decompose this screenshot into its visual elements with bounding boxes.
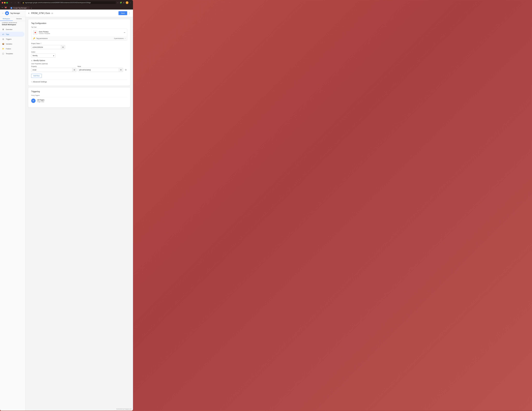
trigger-type: Page View	[37, 101, 127, 103]
minimize-window-button[interactable]	[4, 2, 6, 3]
sidebar-back-button[interactable]: ←	[2, 12, 4, 14]
user-icon[interactable]: T	[126, 1, 128, 4]
collapse-icon: ∧	[31, 59, 32, 61]
tab-workspace[interactable]: Workspace	[0, 17, 13, 21]
action-group: Action Identity Track Identify ▾	[31, 51, 127, 57]
identify-options-label: Identify Options	[33, 59, 45, 61]
chevron-right-icon: ›	[125, 37, 125, 39]
bookmark-icon[interactable]: ☆	[117, 2, 119, 4]
tab-title: Google Tag Manager	[13, 7, 27, 9]
back-nav-button[interactable]: ←	[10, 1, 13, 4]
tab-bar-row: ⬅ 🐙 G Google Tag Manager × +	[0, 5, 133, 10]
maximize-window-button[interactable]	[6, 2, 8, 3]
browser-titlebar: ← → ↻ 🔒 tagmanager.google.com/#/containe…	[0, 0, 133, 5]
project-token-input[interactable]	[31, 45, 61, 49]
browser-tab-gtm[interactable]: G Google Tag Manager ×	[9, 6, 30, 10]
modal-title: FROM_GTM | Ours 🗂	[31, 12, 117, 15]
sidebar-item-tags-label: Tags	[6, 33, 9, 35]
sidebar-item-folders[interactable]: 📁 Folders	[0, 46, 24, 51]
forward-nav-button[interactable]: →	[14, 1, 17, 4]
property-input[interactable]	[31, 68, 72, 72]
gtm-tab-icon1: ⬅	[2, 7, 3, 8]
tag-configuration-card: Tag Configuration Tag Type 🔴 Ours Privac…	[28, 19, 130, 86]
sidebar-header: ← ◆ Tag Manager	[0, 10, 25, 17]
modal-actions: Save ⋮	[118, 11, 131, 15]
triggers-icon: ◎	[2, 38, 4, 40]
address-bar[interactable]: 🔒 tagmanager.google.com/#/container/acco…	[21, 1, 116, 4]
browser-toolbar-icons: ☆ 🧩 ⬇ T ⋮	[117, 1, 131, 4]
close-window-button[interactable]	[2, 2, 3, 3]
identify-options-content: User Properties (optional) Property Valu…	[31, 63, 127, 78]
trigger-item-all-pages[interactable]: 👁 All Pages Page View	[31, 97, 127, 104]
modal-close-button[interactable]: ×	[28, 12, 30, 15]
reload-button[interactable]: ↻	[17, 1, 20, 4]
sidebar-item-templates[interactable]: ▢ Templates	[0, 51, 24, 56]
browser-window: ← → ↻ 🔒 tagmanager.google.com/#/containe…	[0, 0, 133, 411]
history-icons: ⬅ 🐙	[2, 5, 7, 10]
property-input-wrap: ⊞	[31, 68, 76, 72]
property-variable-button[interactable]: ⊞	[72, 68, 76, 72]
tag-type-box: 🔴 Ours Privacy Custom Template ✏ �	[31, 29, 127, 41]
key-icon: 🔑	[33, 37, 35, 39]
sidebar-item-variables[interactable]: 📦 Variables	[0, 41, 24, 46]
tag-logo: 🔴	[33, 30, 37, 35]
permissions-label: Tag permissions	[36, 38, 113, 39]
identify-options-toggle[interactable]: ∧ Identify Options	[31, 59, 127, 63]
sidebar-item-triggers-label: Triggers	[6, 38, 11, 40]
modal-folder-icon[interactable]: 🗂	[51, 12, 53, 14]
variables-icon: 📦	[2, 43, 4, 45]
project-token-variable-button[interactable]: ⊞	[61, 45, 65, 49]
gtm-favicon: G	[10, 7, 12, 9]
tab-versions[interactable]: Versions	[13, 17, 25, 21]
folders-icon: 📁	[2, 48, 4, 50]
property-row-1: ⊞ ⊞ ⊖	[31, 68, 127, 72]
templates-icon: ▢	[2, 52, 4, 55]
url-text: tagmanager.google.com/#/container/accoun…	[25, 2, 91, 3]
project-token-label-text: Project Token	[31, 43, 40, 44]
save-button[interactable]: Save	[118, 11, 127, 15]
sidebar-item-folders-label: Folders	[6, 48, 11, 50]
value-input-wrap: ⊞	[78, 68, 123, 72]
identify-options-section: ∧ Identify Options User Properties (opti…	[31, 59, 127, 78]
remove-row-button[interactable]: ⊖	[124, 68, 127, 72]
sidebar-item-tags[interactable]: 🏷 Tags	[0, 32, 24, 37]
tag-subtitle: Custom Template	[39, 33, 122, 34]
action-select[interactable]: Identity Track Identify	[31, 54, 55, 57]
new-tab-button[interactable]: +	[31, 7, 32, 10]
gtm-logo: ◆	[5, 11, 9, 15]
project-token-help-icon[interactable]: ?	[40, 43, 41, 44]
more-options-button[interactable]: ⋮	[128, 12, 131, 15]
trigger-name: All Pages	[37, 99, 127, 101]
tab-close-button[interactable]: ×	[28, 7, 28, 9]
download-icon[interactable]: ⬇	[123, 2, 124, 4]
sidebar-item-triggers[interactable]: ◎ Triggers	[0, 37, 24, 41]
tag-info: Ours Privacy Custom Template	[39, 31, 122, 34]
modal-title-text: FROM_GTM | Ours	[31, 12, 50, 15]
tag-config-title: Tag Configuration	[31, 22, 127, 24]
action-label: Action	[31, 51, 127, 53]
workspace-section: CURRENT WORKSPACE Default Workspace	[0, 21, 25, 26]
tag-name: Ours Privacy	[39, 31, 122, 33]
extensions-icon[interactable]: 🧩	[120, 2, 122, 4]
tags-icon: 🏷	[2, 33, 4, 35]
table-header-row: Property Value	[31, 66, 127, 67]
advanced-settings-toggle[interactable]: › Advanced Settings	[31, 80, 127, 83]
tag-edit-button[interactable]: ✏	[124, 31, 125, 34]
trigger-icon: 👁	[31, 99, 36, 103]
value-input[interactable]	[78, 68, 119, 72]
project-token-input-wrapper: ⊞	[31, 45, 65, 49]
add-row-button[interactable]: Add Row	[31, 74, 42, 78]
value-col-label: Value	[77, 66, 122, 67]
value-variable-button[interactable]: ⊞	[119, 68, 123, 72]
menu-icon[interactable]: ⋮	[130, 2, 131, 4]
tag-type-label: Tag Type	[31, 26, 127, 28]
sidebar-item-overview[interactable]: ⊞ Overview	[0, 27, 24, 32]
tag-logo-text: 🔴	[35, 32, 36, 33]
project-token-group: Project Token ? ⊞	[31, 43, 127, 49]
project-token-label: Project Token ?	[31, 43, 127, 44]
traffic-lights	[2, 2, 8, 3]
sidebar-brand-label: Tag Manager	[10, 12, 20, 14]
modal-overlay: × FROM_GTM | Ours 🗂 Save ⋮ Tag Configura…	[25, 10, 133, 411]
permissions-row[interactable]: 🔑 Tag permissions 3 permissions ›	[31, 36, 127, 40]
modal-body: Tag Configuration Tag Type 🔴 Ours Privac…	[25, 17, 133, 411]
